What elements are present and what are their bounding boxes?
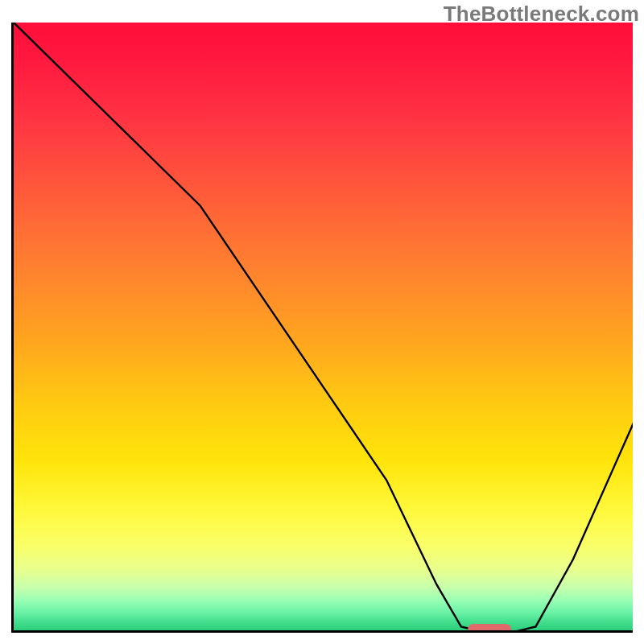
optimal-range-marker xyxy=(468,624,511,633)
chart-container: TheBottleneck.com xyxy=(0,0,644,644)
bottleneck-curve xyxy=(14,23,633,633)
chart-axes-frame xyxy=(11,23,633,633)
curve-path xyxy=(14,23,633,633)
